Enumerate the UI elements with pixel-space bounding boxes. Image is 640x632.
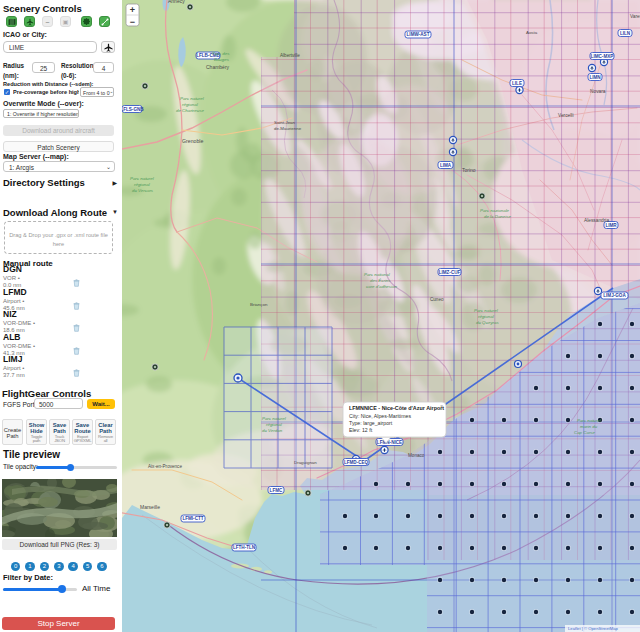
svg-text:régional: régional bbox=[266, 422, 283, 427]
svg-text:LIMR: LIMR bbox=[605, 223, 617, 228]
svg-text:marin du: marin du bbox=[580, 424, 598, 429]
svg-text:Marseille: Marseille bbox=[140, 504, 160, 510]
svg-text:LFMD-CEQ: LFMD-CEQ bbox=[344, 460, 369, 465]
svg-text:LIMN: LIMN bbox=[589, 75, 601, 80]
svg-text:×: × bbox=[440, 403, 443, 409]
svg-text:Parc naturel: Parc naturel bbox=[577, 418, 602, 423]
svg-text:Monaco: Monaco bbox=[408, 453, 425, 458]
svg-text:de Chartreuse: de Chartreuse bbox=[176, 108, 204, 113]
svg-text:Parc naturel: Parc naturel bbox=[180, 96, 205, 101]
svg-text:du Vercors: du Vercors bbox=[132, 188, 154, 193]
svg-text:du Queyras: du Queyras bbox=[476, 320, 500, 325]
svg-text:LIMC-MXP: LIMC-MXP bbox=[591, 54, 614, 59]
svg-text:−: − bbox=[130, 17, 135, 27]
svg-text:LILN: LILN bbox=[620, 31, 631, 36]
svg-text:core d'adhesion: core d'adhesion bbox=[366, 284, 397, 289]
svg-text:Parc nazionale: Parc nazionale bbox=[480, 208, 510, 213]
svg-text:LIMJ-GOA: LIMJ-GOA bbox=[603, 293, 626, 298]
svg-text:Aix-en-Provence: Aix-en-Provence bbox=[148, 464, 182, 469]
svg-text:Cuneo: Cuneo bbox=[430, 297, 444, 302]
svg-text:Annecy: Annecy bbox=[168, 0, 185, 4]
svg-text:Torino: Torino bbox=[462, 167, 476, 173]
svg-text:Parc naturel: Parc naturel bbox=[474, 308, 499, 313]
svg-text:Cap Corse: Cap Corse bbox=[574, 430, 596, 435]
svg-text:Vercelli: Vercelli bbox=[558, 113, 573, 118]
svg-text:du Verdon: du Verdon bbox=[262, 428, 283, 433]
svg-text:Parc des: Parc des bbox=[212, 51, 230, 56]
svg-text:LFMC: LFMC bbox=[270, 488, 283, 493]
svg-text:Bauges: Bauges bbox=[214, 57, 230, 62]
svg-text:Elev: 12 ft: Elev: 12 ft bbox=[349, 427, 373, 433]
svg-text:LFMI-CTT: LFMI-CTT bbox=[182, 516, 203, 521]
svg-text:LILE: LILE bbox=[512, 81, 522, 86]
svg-text:Albertville: Albertville bbox=[280, 53, 300, 58]
svg-text:régional: régional bbox=[478, 314, 495, 319]
svg-text:Grenoble: Grenoble bbox=[182, 138, 203, 144]
svg-text:LIMA: LIMA bbox=[440, 163, 452, 168]
svg-text:Alessandria: Alessandria bbox=[584, 218, 609, 223]
svg-text:Varese: Varese bbox=[630, 14, 640, 19]
svg-text:Parc national: Parc national bbox=[364, 272, 391, 277]
svg-text:régional: régional bbox=[134, 182, 151, 187]
svg-text:Leaflet | © OpenStreetMap: Leaflet | © OpenStreetMap bbox=[568, 626, 618, 631]
svg-text:de la Daneise: de la Daneise bbox=[484, 214, 511, 219]
svg-text:Briançon: Briançon bbox=[250, 302, 268, 307]
svg-text:Parc naturel: Parc naturel bbox=[130, 176, 155, 181]
svg-text:Type: large_airport: Type: large_airport bbox=[349, 420, 393, 426]
svg-text:LFMNNICE - Nice-Côte d'Azur Ai: LFMNNICE - Nice-Côte d'Azur Airport bbox=[349, 405, 444, 411]
svg-text:LIMW-AST: LIMW-AST bbox=[407, 32, 430, 37]
svg-text:LFLS-GNB: LFLS-GNB bbox=[122, 107, 144, 112]
svg-text:de-Maurienne: de-Maurienne bbox=[274, 126, 302, 131]
svg-text:Parc naturel: Parc naturel bbox=[262, 416, 287, 421]
svg-text:Saint-Jean: Saint-Jean bbox=[274, 120, 296, 125]
svg-text:Draguignan: Draguignan bbox=[294, 460, 317, 465]
svg-text:LFTH-TLN: LFTH-TLN bbox=[233, 545, 256, 550]
svg-text:+: + bbox=[130, 5, 135, 15]
svg-text:Novara: Novara bbox=[590, 89, 606, 94]
svg-text:régional: régional bbox=[182, 102, 199, 107]
svg-text:LFMN-NICE: LFMN-NICE bbox=[377, 440, 402, 445]
svg-text:Chambéry: Chambéry bbox=[206, 64, 230, 70]
svg-text:LIMZ-CUF: LIMZ-CUF bbox=[439, 270, 461, 275]
svg-text:des Écrins: des Écrins bbox=[370, 278, 391, 283]
svg-text:Aosta: Aosta bbox=[526, 30, 538, 35]
svg-text:City: Nice, Alpes-Maritimes: City: Nice, Alpes-Maritimes bbox=[349, 413, 411, 419]
